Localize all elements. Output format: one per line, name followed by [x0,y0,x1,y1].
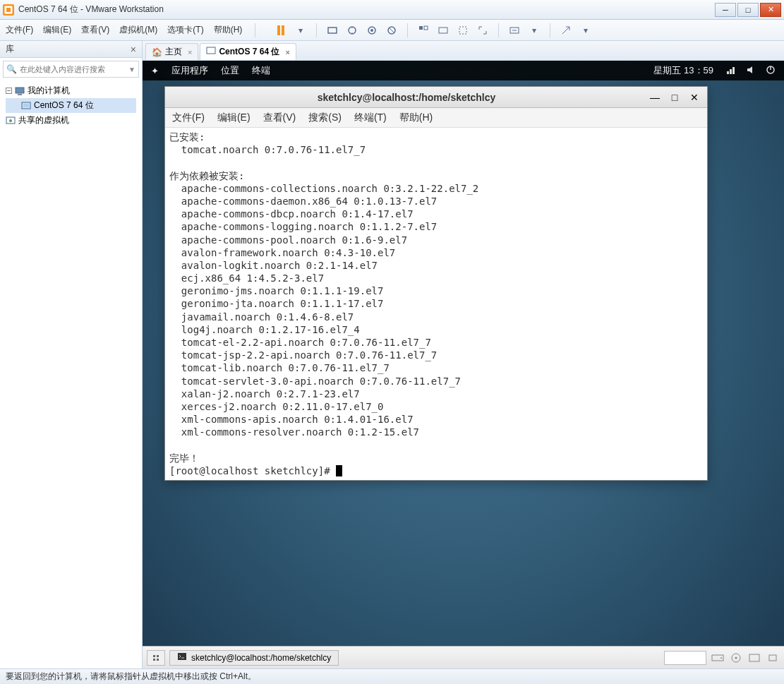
tree-child-label: CentOS 7 64 位 [34,100,94,112]
console-view-icon[interactable] [456,23,470,37]
term-menu-terminal[interactable]: 终端(T) [354,112,387,124]
search-input[interactable] [20,65,128,73]
term-menu-view[interactable]: 查看(V) [263,112,296,124]
statusbar: 要返回到您的计算机，请将鼠标指针从虚拟机中移出或按 Ctrl+Alt。 [0,668,784,684]
usb-icon[interactable] [766,652,780,664]
home-icon: 🏠 [152,47,162,57]
snapshot-revert-icon[interactable] [385,23,399,37]
vm-dock-button[interactable] [147,650,165,666]
status-hint: 要返回到您的计算机，请将鼠标指针从虚拟机中移出或按 Ctrl+Alt。 [6,671,256,683]
computer-icon [15,86,25,96]
fullscreen-icon[interactable] [416,23,430,37]
expand-icon[interactable] [559,23,573,37]
term-menu-help[interactable]: 帮助(H) [399,112,433,124]
svg-rect-10 [459,27,466,34]
gnome-clock[interactable]: 星期五 13：59 [653,64,713,77]
snapshot-manage-icon[interactable] [365,23,379,37]
vm-tab-icon [206,46,216,58]
window-titlebar: CentOS 7 64 位 - VMware Workstation ─ □ ✕ [0,0,784,20]
gnome-activities-icon[interactable]: ✦ [151,66,159,76]
minimize-button[interactable]: ─ [715,3,736,17]
stretch-icon[interactable] [476,23,490,37]
menu-vm[interactable]: 虚拟机(M) [119,24,157,36]
menu-edit[interactable]: 编辑(E) [43,24,71,36]
terminal-output[interactable]: 已安装: tomcat.noarch 0:7.0.76-11.el7_7 作为依… [165,128,707,480]
snapshot-icon[interactable] [345,23,359,37]
sidebar-header: 库 × [0,41,142,58]
gnome-apps[interactable]: 应用程序 [171,64,208,77]
tree-centos-vm[interactable]: CentOS 7 64 位 [6,98,136,113]
search-icon: 🔍 [6,64,17,74]
terminal-titlebar[interactable]: sketchlcy@localhost:/home/sketchlcy — □ … [165,87,707,108]
svg-rect-2 [328,28,337,33]
terminal-window: sketchlcy@localhost:/home/sketchlcy — □ … [164,86,708,481]
tree-shared-vms[interactable]: 共享的虚拟机 [6,113,136,128]
tab-close-icon[interactable]: × [188,48,192,56]
sidebar-close-icon[interactable]: × [131,44,136,55]
terminal-maximize-icon[interactable]: □ [668,90,682,104]
vm-taskbar: sketchlcy@localhost:/home/sketchlcy [143,646,784,668]
svg-rect-28 [749,654,759,661]
dropdown-icon[interactable]: ▾ [294,23,308,37]
cd-icon[interactable] [729,652,743,664]
vm-tray-box[interactable] [664,651,706,665]
svg-rect-20 [730,69,732,74]
terminal-task-icon [177,652,187,664]
svg-rect-15 [23,104,29,107]
tab-close-icon[interactable]: × [285,48,289,56]
svg-point-27 [735,656,737,659]
net-icon[interactable] [747,652,761,664]
tab-home[interactable]: 🏠 主页 × [145,43,198,60]
power-icon[interactable] [766,65,776,77]
svg-point-5 [370,29,373,32]
send-ctrlaltdel-icon[interactable] [325,23,339,37]
svg-rect-21 [732,67,735,74]
term-menu-search[interactable]: 搜索(S) [308,112,342,124]
svg-rect-1 [6,8,11,12]
term-menu-edit[interactable]: 编辑(E) [217,112,251,124]
cycle-icon[interactable] [507,23,521,37]
vm-desktop[interactable]: ✦ 应用程序 位置 终端 星期五 13：59 sketchlcy@localho… [143,61,784,668]
gnome-places[interactable]: 位置 [221,64,239,77]
taskbar-terminal-item[interactable]: sketchlcy@localhost:/home/sketchlcy [169,650,339,666]
search-dropdown-icon[interactable]: ▼ [128,66,135,73]
pause-icon[interactable] [274,23,288,37]
unity-icon[interactable] [436,23,450,37]
taskbar-task-label: sketchlcy@localhost:/home/sketchlcy [191,653,331,663]
svg-rect-29 [769,655,776,661]
svg-point-25 [720,657,722,659]
svg-rect-23 [178,653,186,660]
terminal-menubar: 文件(F) 编辑(E) 查看(V) 搜索(S) 终端(T) 帮助(H) [165,108,707,128]
vmware-icon [3,4,14,16]
sidebar-title: 库 [6,43,14,55]
tab-strip: 🏠 主页 × CentOS 7 64 位 × [143,41,784,61]
menu-file[interactable]: 文件(F) [6,24,33,36]
window-title: CentOS 7 64 位 - VMware Workstation [18,4,715,16]
terminal-title: sketchlcy@localhost:/home/sketchlcy [171,92,642,103]
library-sidebar: 库 × 🔍 ▼ − 我的计算机 CentOS 7 64 位 [0,41,143,668]
menu-help[interactable]: 帮助(H) [214,24,243,36]
network-icon[interactable] [726,65,736,77]
menu-view[interactable]: 查看(V) [81,24,109,36]
close-button[interactable]: ✕ [760,3,781,17]
search-box[interactable]: 🔍 ▼ [3,61,139,78]
menu-tabs[interactable]: 选项卡(T) [167,24,203,36]
tab-centos[interactable]: CentOS 7 64 位 × [200,43,296,60]
svg-rect-8 [424,26,428,30]
terminal-close-icon[interactable]: ✕ [687,90,701,104]
tree-root-label: 我的计算机 [28,85,70,97]
menubar: 文件(F) 编辑(E) 查看(V) 虚拟机(M) 选项卡(T) 帮助(H) ▾ … [0,20,784,41]
term-menu-file[interactable]: 文件(F) [172,112,205,124]
disk-icon[interactable] [711,652,725,664]
maximize-button[interactable]: □ [737,3,759,17]
svg-rect-7 [419,26,423,30]
gnome-terminal-label[interactable]: 终端 [252,64,270,77]
tree-collapse-icon[interactable]: − [6,88,12,94]
dropdown3-icon[interactable]: ▾ [579,23,593,37]
shared-icon [6,116,16,126]
dropdown2-icon[interactable]: ▾ [527,23,541,37]
volume-icon[interactable] [746,65,756,77]
svg-point-17 [9,119,12,122]
tree-my-computer[interactable]: − 我的计算机 [6,83,136,98]
terminal-minimize-icon[interactable]: — [648,90,662,104]
